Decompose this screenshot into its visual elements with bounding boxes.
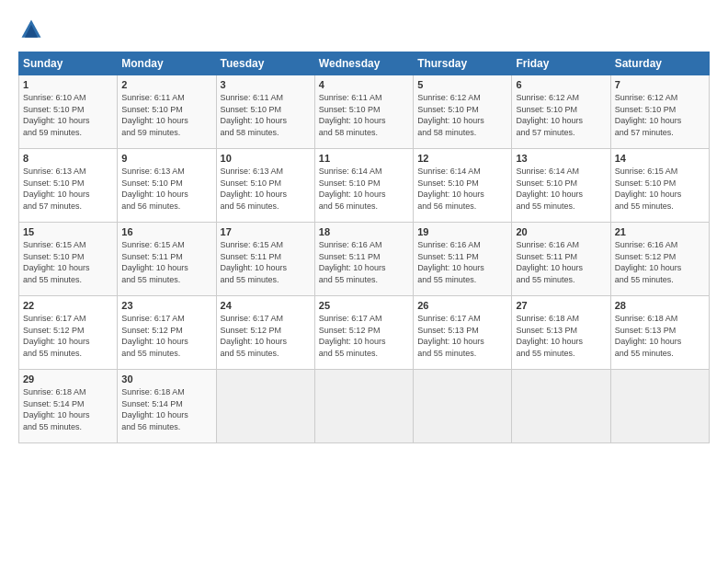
calendar-row-3: 15Sunrise: 6:15 AM Sunset: 5:10 PM Dayli… <box>19 223 710 296</box>
day-number: 1 <box>23 79 113 90</box>
calendar-row-4: 22Sunrise: 6:17 AM Sunset: 5:12 PM Dayli… <box>19 296 710 370</box>
day-info: Sunrise: 6:14 AM Sunset: 5:10 PM Dayligh… <box>417 166 507 212</box>
header-monday: Monday <box>118 52 216 75</box>
day-info: Sunrise: 6:16 AM Sunset: 5:11 PM Dayligh… <box>516 239 606 285</box>
calendar-cell: 29Sunrise: 6:18 AM Sunset: 5:14 PM Dayli… <box>19 370 118 443</box>
day-info: Sunrise: 6:14 AM Sunset: 5:10 PM Dayligh… <box>319 166 409 212</box>
day-info: Sunrise: 6:16 AM Sunset: 5:11 PM Dayligh… <box>319 239 409 285</box>
day-number: 15 <box>23 226 113 237</box>
day-number: 9 <box>121 153 211 164</box>
day-number: 13 <box>516 153 606 164</box>
calendar-cell: 26Sunrise: 6:17 AM Sunset: 5:13 PM Dayli… <box>414 296 512 370</box>
calendar-table: SundayMondayTuesdayWednesdayThursdayFrid… <box>18 52 710 443</box>
day-number: 21 <box>615 226 705 237</box>
day-info: Sunrise: 6:18 AM Sunset: 5:14 PM Dayligh… <box>121 386 211 432</box>
calendar-cell: 18Sunrise: 6:16 AM Sunset: 5:11 PM Dayli… <box>314 223 413 296</box>
day-info: Sunrise: 6:16 AM Sunset: 5:12 PM Dayligh… <box>615 239 705 285</box>
header-wednesday: Wednesday <box>314 52 413 75</box>
calendar-cell: 25Sunrise: 6:17 AM Sunset: 5:12 PM Dayli… <box>314 296 413 370</box>
calendar-cell: 19Sunrise: 6:16 AM Sunset: 5:11 PM Dayli… <box>414 223 512 296</box>
calendar-cell: 27Sunrise: 6:18 AM Sunset: 5:13 PM Dayli… <box>512 296 610 370</box>
day-number: 30 <box>121 373 211 385</box>
page-header <box>18 17 710 42</box>
day-number: 29 <box>23 373 113 385</box>
calendar-cell: 2Sunrise: 6:11 AM Sunset: 5:10 PM Daylig… <box>118 75 216 149</box>
day-info: Sunrise: 6:17 AM Sunset: 5:12 PM Dayligh… <box>23 313 113 359</box>
calendar-cell <box>512 370 610 443</box>
day-number: 22 <box>23 300 113 311</box>
calendar-cell: 23Sunrise: 6:17 AM Sunset: 5:12 PM Dayli… <box>118 296 216 370</box>
day-info: Sunrise: 6:15 AM Sunset: 5:11 PM Dayligh… <box>121 239 211 285</box>
day-number: 5 <box>417 79 507 90</box>
header-saturday: Saturday <box>610 52 709 75</box>
calendar-cell: 16Sunrise: 6:15 AM Sunset: 5:11 PM Dayli… <box>118 223 216 296</box>
calendar-cell: 4Sunrise: 6:11 AM Sunset: 5:10 PM Daylig… <box>314 75 413 149</box>
logo-icon <box>18 17 44 42</box>
day-number: 28 <box>615 300 705 311</box>
day-number: 3 <box>221 79 311 90</box>
header-sunday: Sunday <box>19 52 118 75</box>
calendar-cell: 14Sunrise: 6:15 AM Sunset: 5:10 PM Dayli… <box>610 149 709 223</box>
calendar-cell: 7Sunrise: 6:12 AM Sunset: 5:10 PM Daylig… <box>610 75 709 149</box>
day-number: 24 <box>221 300 311 311</box>
day-number: 12 <box>417 153 507 164</box>
calendar-cell: 12Sunrise: 6:14 AM Sunset: 5:10 PM Dayli… <box>414 149 512 223</box>
day-number: 16 <box>121 226 211 237</box>
calendar-cell: 17Sunrise: 6:15 AM Sunset: 5:11 PM Dayli… <box>216 223 314 296</box>
calendar-cell: 20Sunrise: 6:16 AM Sunset: 5:11 PM Dayli… <box>512 223 610 296</box>
day-number: 11 <box>319 153 409 164</box>
day-number: 27 <box>516 300 606 311</box>
day-info: Sunrise: 6:11 AM Sunset: 5:10 PM Dayligh… <box>221 92 311 138</box>
header-friday: Friday <box>512 52 610 75</box>
calendar-cell: 6Sunrise: 6:12 AM Sunset: 5:10 PM Daylig… <box>512 75 610 149</box>
calendar-cell: 11Sunrise: 6:14 AM Sunset: 5:10 PM Dayli… <box>314 149 413 223</box>
calendar-cell: 30Sunrise: 6:18 AM Sunset: 5:14 PM Dayli… <box>118 370 216 443</box>
day-number: 25 <box>319 300 409 311</box>
day-number: 19 <box>417 226 507 237</box>
day-info: Sunrise: 6:11 AM Sunset: 5:10 PM Dayligh… <box>319 92 409 138</box>
day-number: 4 <box>319 79 409 90</box>
day-info: Sunrise: 6:10 AM Sunset: 5:10 PM Dayligh… <box>23 92 113 138</box>
day-number: 26 <box>417 300 507 311</box>
day-info: Sunrise: 6:12 AM Sunset: 5:10 PM Dayligh… <box>516 92 606 138</box>
day-info: Sunrise: 6:17 AM Sunset: 5:12 PM Dayligh… <box>121 313 211 359</box>
day-info: Sunrise: 6:18 AM Sunset: 5:14 PM Dayligh… <box>23 386 113 432</box>
day-info: Sunrise: 6:13 AM Sunset: 5:10 PM Dayligh… <box>23 166 113 212</box>
calendar-cell: 10Sunrise: 6:13 AM Sunset: 5:10 PM Dayli… <box>216 149 314 223</box>
calendar-row-2: 8Sunrise: 6:13 AM Sunset: 5:10 PM Daylig… <box>19 149 710 223</box>
calendar-cell <box>414 370 512 443</box>
day-info: Sunrise: 6:18 AM Sunset: 5:13 PM Dayligh… <box>516 313 606 359</box>
day-number: 14 <box>615 153 705 164</box>
header-tuesday: Tuesday <box>216 52 314 75</box>
day-info: Sunrise: 6:18 AM Sunset: 5:13 PM Dayligh… <box>615 313 705 359</box>
day-info: Sunrise: 6:12 AM Sunset: 5:10 PM Dayligh… <box>615 92 705 138</box>
day-info: Sunrise: 6:12 AM Sunset: 5:10 PM Dayligh… <box>417 92 507 138</box>
day-number: 17 <box>221 226 311 237</box>
calendar-cell: 9Sunrise: 6:13 AM Sunset: 5:10 PM Daylig… <box>118 149 216 223</box>
day-number: 10 <box>221 153 311 164</box>
day-number: 20 <box>516 226 606 237</box>
calendar-cell: 5Sunrise: 6:12 AM Sunset: 5:10 PM Daylig… <box>414 75 512 149</box>
calendar-cell: 15Sunrise: 6:15 AM Sunset: 5:10 PM Dayli… <box>19 223 118 296</box>
day-info: Sunrise: 6:16 AM Sunset: 5:11 PM Dayligh… <box>417 239 507 285</box>
day-info: Sunrise: 6:15 AM Sunset: 5:11 PM Dayligh… <box>221 239 311 285</box>
day-info: Sunrise: 6:15 AM Sunset: 5:10 PM Dayligh… <box>615 166 705 212</box>
day-number: 8 <box>23 153 113 164</box>
day-info: Sunrise: 6:13 AM Sunset: 5:10 PM Dayligh… <box>221 166 311 212</box>
day-number: 6 <box>516 79 606 90</box>
calendar-row-5: 29Sunrise: 6:18 AM Sunset: 5:14 PM Dayli… <box>19 370 710 443</box>
day-info: Sunrise: 6:17 AM Sunset: 5:12 PM Dayligh… <box>319 313 409 359</box>
calendar-cell <box>314 370 413 443</box>
calendar-cell: 1Sunrise: 6:10 AM Sunset: 5:10 PM Daylig… <box>19 75 118 149</box>
calendar-cell: 22Sunrise: 6:17 AM Sunset: 5:12 PM Dayli… <box>19 296 118 370</box>
calendar-cell <box>216 370 314 443</box>
day-number: 23 <box>121 300 211 311</box>
header-thursday: Thursday <box>414 52 512 75</box>
day-info: Sunrise: 6:13 AM Sunset: 5:10 PM Dayligh… <box>121 166 211 212</box>
day-number: 7 <box>615 79 705 90</box>
calendar-cell: 21Sunrise: 6:16 AM Sunset: 5:12 PM Dayli… <box>610 223 709 296</box>
calendar-cell: 8Sunrise: 6:13 AM Sunset: 5:10 PM Daylig… <box>19 149 118 223</box>
day-info: Sunrise: 6:17 AM Sunset: 5:12 PM Dayligh… <box>221 313 311 359</box>
day-number: 18 <box>319 226 409 237</box>
calendar-row-1: 1Sunrise: 6:10 AM Sunset: 5:10 PM Daylig… <box>19 75 710 149</box>
